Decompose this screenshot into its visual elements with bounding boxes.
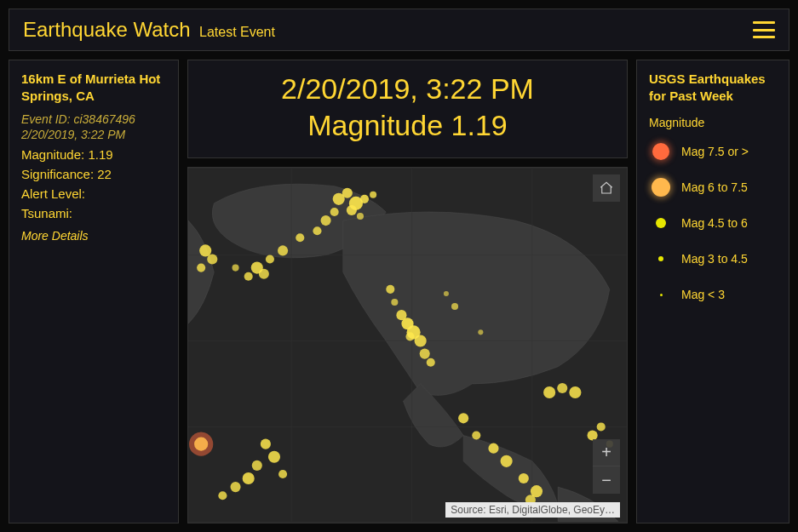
svg-point-37: [444, 291, 449, 296]
svg-point-40: [472, 431, 480, 439]
event-id: Event ID: ci38467496: [21, 112, 166, 126]
legend-heading: Magnitude: [649, 116, 777, 129]
legend-label: Mag 7.5 or >: [681, 145, 749, 158]
map-zoom-controls: + −: [593, 439, 620, 494]
event-significance: Significance: 22: [21, 164, 166, 184]
event-banner: 2/20/2019, 3:22 PM Magnitude 1.19: [187, 60, 628, 158]
svg-point-22: [244, 272, 253, 281]
home-icon: [599, 180, 614, 196]
legend-label: Mag < 3: [681, 288, 725, 301]
svg-point-16: [357, 213, 364, 220]
svg-point-18: [278, 245, 288, 255]
svg-point-57: [218, 491, 227, 500]
app-title: Earthquake Watch: [23, 18, 191, 41]
app-header: Earthquake Watch Latest Event: [9, 9, 789, 51]
center-panel: 2/20/2019, 3:22 PM Magnitude 1.19: [187, 60, 628, 523]
svg-point-21: [259, 269, 269, 279]
legend-row: Mag < 3: [649, 283, 777, 306]
svg-point-36: [451, 303, 458, 310]
legend-row: Mag 4.5 to 6: [649, 211, 777, 235]
svg-point-52: [261, 439, 271, 449]
legend-label: Mag 6 to 7.5: [681, 180, 748, 194]
svg-point-41: [488, 443, 498, 454]
map-canvas[interactable]: [188, 168, 627, 523]
legend-label: Mag 3 to 4.5: [681, 252, 748, 266]
svg-point-39: [458, 413, 468, 423]
svg-point-13: [321, 215, 331, 226]
legend-swatch-icon: [649, 247, 673, 271]
event-title: 16km E of Murrieta Hot Springs, CA: [21, 71, 166, 106]
svg-point-23: [233, 265, 239, 272]
svg-point-46: [543, 386, 555, 398]
legend-title: USGS Earthquakes for Past Week: [649, 71, 777, 104]
legend-items: Mag 7.5 or >Mag 6 to 7.5Mag 4.5 to 6Mag …: [649, 140, 777, 306]
legend-swatch-icon: [649, 140, 673, 163]
event-details-panel: 16km E of Murrieta Hot Springs, CA Event…: [9, 60, 179, 523]
map[interactable]: + − Source: Esri, DigitalGlobe, GeoEy…: [187, 167, 628, 523]
map-attribution: Source: Esri, DigitalGlobe, GeoEy…: [445, 502, 620, 518]
svg-point-11: [347, 205, 357, 215]
legend-row: Mag 6 to 7.5: [649, 175, 777, 199]
svg-point-47: [557, 383, 567, 393]
svg-point-26: [197, 264, 205, 272]
legend-row: Mag 7.5 or >: [649, 140, 777, 163]
event-time: 2/20/2019, 3:22 PM: [21, 128, 166, 141]
hamburger-menu-icon[interactable]: [753, 21, 775, 38]
svg-point-42: [501, 455, 513, 467]
legend-label: Mag 4.5 to 6: [681, 216, 748, 230]
zoom-out-button[interactable]: −: [593, 466, 620, 494]
svg-point-27: [386, 285, 394, 294]
map-home-button[interactable]: [593, 174, 620, 202]
svg-point-19: [266, 255, 274, 263]
svg-point-35: [427, 358, 435, 367]
svg-point-50: [597, 422, 606, 431]
banner-magnitude: Magnitude 1.19: [195, 109, 620, 142]
event-tsunami: Tsunami:: [21, 203, 166, 223]
svg-point-28: [391, 299, 398, 306]
legend-swatch-icon: [649, 175, 673, 199]
more-details-link[interactable]: More Details: [21, 229, 166, 243]
event-magnitude: Magnitude: 1.19: [21, 145, 166, 164]
content-area: 16km E of Murrieta Hot Springs, CA Event…: [9, 60, 789, 523]
svg-point-10: [360, 195, 369, 203]
svg-point-53: [268, 451, 280, 463]
svg-point-25: [207, 254, 217, 264]
svg-point-12: [330, 208, 339, 216]
svg-point-15: [370, 192, 376, 198]
legend-swatch-icon: [649, 283, 673, 306]
header-title-wrap: Earthquake Watch Latest Event: [23, 18, 275, 42]
svg-point-38: [478, 329, 483, 335]
legend-swatch-icon: [649, 211, 673, 235]
svg-point-58: [278, 470, 287, 478]
svg-point-32: [415, 335, 427, 346]
svg-point-43: [519, 473, 529, 483]
app-subtitle: Latest Event: [199, 25, 275, 39]
svg-point-14: [313, 226, 321, 235]
svg-point-48: [569, 386, 581, 398]
svg-point-55: [243, 472, 255, 484]
svg-point-8: [342, 188, 353, 198]
legend-row: Mag 3 to 4.5: [649, 247, 777, 271]
svg-point-54: [252, 460, 262, 471]
legend-panel: USGS Earthquakes for Past Week Magnitude…: [636, 60, 789, 523]
zoom-in-button[interactable]: +: [593, 439, 620, 466]
svg-point-60: [194, 438, 208, 451]
svg-point-17: [296, 233, 304, 242]
svg-point-33: [405, 332, 414, 340]
svg-point-56: [230, 482, 240, 492]
banner-time: 2/20/2019, 3:22 PM: [195, 72, 620, 106]
svg-point-34: [420, 349, 430, 359]
event-alert-level: Alert Level:: [21, 184, 166, 203]
